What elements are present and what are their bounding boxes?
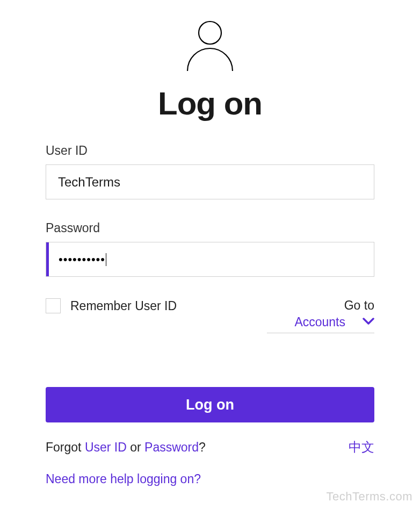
- goto-value: Accounts: [294, 315, 345, 329]
- watermark: TechTerms.com: [326, 490, 412, 504]
- remember-wrap: Remember User ID: [46, 298, 177, 313]
- help-link[interactable]: Need more help logging on?: [46, 472, 201, 486]
- password-dots: ••••••••••: [59, 253, 105, 267]
- user-icon: [185, 20, 235, 74]
- logon-button[interactable]: Log on: [46, 387, 374, 422]
- goto-label: Go to: [267, 298, 374, 313]
- user-id-group: User ID: [46, 144, 374, 199]
- text-caret: [106, 253, 106, 266]
- options-row: Remember User ID Go to Accounts: [46, 298, 374, 333]
- user-icon-wrap: [46, 20, 374, 74]
- links-row: Forgot User ID or Password? 中文: [46, 439, 374, 456]
- forgot-text: Forgot User ID or Password?: [46, 440, 206, 455]
- language-link[interactable]: 中文: [349, 439, 374, 456]
- password-group: Password ••••••••••: [46, 221, 374, 277]
- goto-wrap: Go to Accounts: [267, 298, 374, 333]
- forgot-prefix: Forgot: [46, 440, 85, 454]
- user-id-input[interactable]: [46, 164, 374, 199]
- remember-checkbox[interactable]: [46, 298, 61, 313]
- forgot-sep: or: [127, 440, 144, 454]
- page-title: Log on: [46, 85, 374, 122]
- forgot-user-id-link[interactable]: User ID: [85, 440, 127, 454]
- forgot-password-link[interactable]: Password: [144, 440, 199, 454]
- chevron-down-icon: [363, 318, 374, 327]
- login-panel: Log on User ID Password •••••••••• Remem…: [0, 0, 420, 486]
- svg-point-0: [199, 21, 221, 44]
- password-input[interactable]: ••••••••••: [46, 242, 374, 277]
- goto-select[interactable]: Accounts: [267, 315, 374, 333]
- remember-label: Remember User ID: [70, 299, 177, 313]
- forgot-suffix: ?: [199, 440, 206, 454]
- password-value: ••••••••••: [49, 253, 116, 267]
- user-id-label: User ID: [46, 144, 374, 158]
- password-label: Password: [46, 221, 374, 235]
